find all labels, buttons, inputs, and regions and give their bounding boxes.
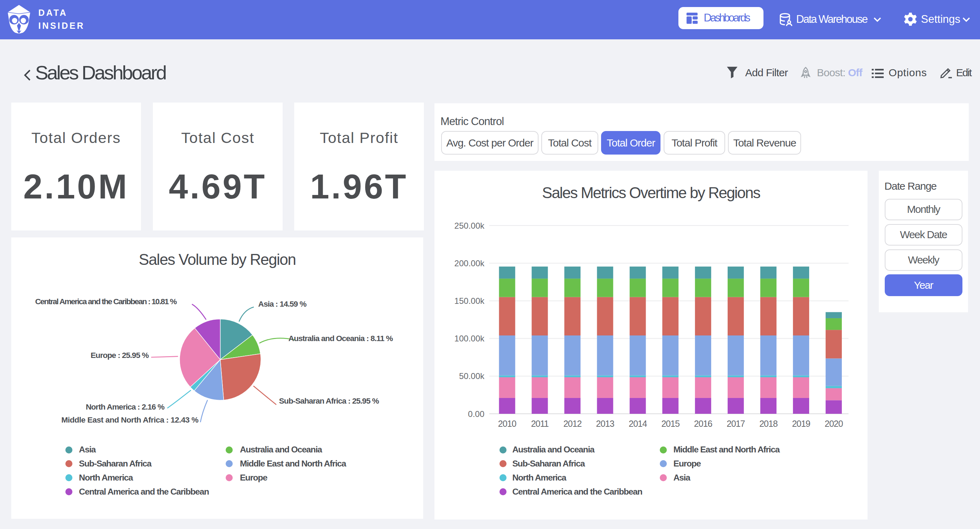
svg-text:250.00k: 250.00k: [455, 221, 485, 230]
svg-text:2015: 2015: [661, 419, 679, 429]
svg-text:0.00: 0.00: [468, 409, 484, 419]
svg-text:2011: 2011: [531, 419, 549, 429]
svg-text:2014: 2014: [629, 419, 648, 429]
svg-text:150.00k: 150.00k: [455, 296, 485, 306]
svg-text:2013: 2013: [596, 419, 614, 429]
svg-text:2018: 2018: [759, 419, 778, 429]
svg-text:200.00k: 200.00k: [455, 259, 485, 268]
svg-text:50.00k: 50.00k: [459, 371, 485, 381]
svg-text:100.00k: 100.00k: [455, 334, 485, 343]
svg-text:2020: 2020: [825, 419, 843, 429]
svg-text:2012: 2012: [563, 419, 582, 429]
svg-text:2019: 2019: [792, 419, 810, 429]
svg-text:2016: 2016: [694, 419, 712, 429]
svg-text:2010: 2010: [498, 419, 516, 429]
svg-text:2017: 2017: [727, 419, 745, 429]
